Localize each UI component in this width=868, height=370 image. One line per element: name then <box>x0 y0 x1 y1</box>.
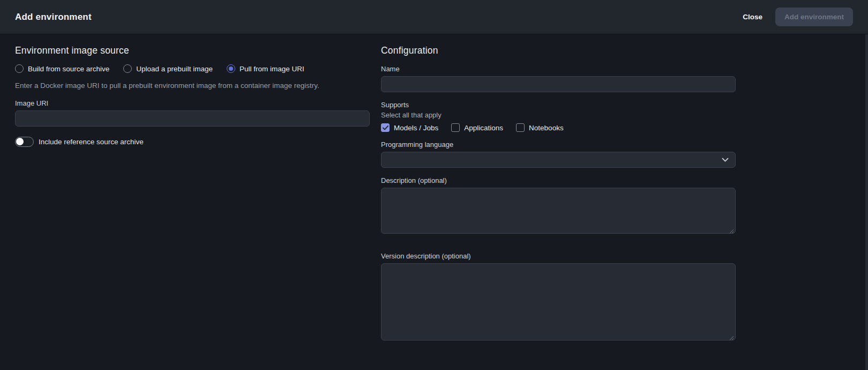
checkbox-label: Notebooks <box>529 124 564 132</box>
name-label: Name <box>381 65 736 73</box>
image-uri-label: Image URI <box>15 99 370 107</box>
radio-build-from-source-archive[interactable]: Build from source archive <box>15 64 109 73</box>
image-uri-input[interactable] <box>15 110 370 127</box>
version-description-textarea-wrap <box>381 260 736 343</box>
include-reference-archive-toggle[interactable] <box>15 137 34 147</box>
programming-language-label: Programming language <box>381 140 736 149</box>
dialog-header: Add environment Close Add environment <box>0 0 868 34</box>
radio-label: Build from source archive <box>28 65 109 73</box>
close-button[interactable]: Close <box>737 9 768 25</box>
checkbox-label: Models / Jobs <box>394 124 438 132</box>
chevron-down-icon <box>722 158 729 162</box>
radio-upload-prebuilt-image[interactable]: Upload a prebuilt image <box>123 64 213 73</box>
supports-label: Supports <box>381 101 736 109</box>
description-textarea[interactable] <box>381 188 736 234</box>
description-label: Description (optional) <box>381 176 736 184</box>
checkbox-applications[interactable]: Applications <box>451 123 503 132</box>
configuration-heading: Configuration <box>381 45 736 56</box>
toggle-label: Include reference source archive <box>39 138 144 146</box>
radio-unselected-icon <box>123 64 132 73</box>
page-title: Add environment <box>15 12 92 23</box>
supports-checkbox-group: Models / Jobs Applications Notebooks <box>381 123 736 132</box>
checkbox-checked-icon <box>381 123 390 132</box>
programming-language-select[interactable] <box>381 152 736 168</box>
reference-archive-toggle-row: Include reference source archive <box>15 137 370 147</box>
radio-dot <box>229 66 233 71</box>
checkbox-unchecked-icon <box>516 123 525 132</box>
version-description-textarea[interactable] <box>381 263 736 341</box>
configuration-section: Configuration Name Supports Select all t… <box>381 45 736 343</box>
image-source-help-text: Enter a Docker image URI to pull a prebu… <box>15 82 370 90</box>
checkbox-models-jobs[interactable]: Models / Jobs <box>381 123 438 132</box>
image-source-section: Environment image source Build from sour… <box>15 45 370 343</box>
radio-label: Upload a prebuilt image <box>136 65 213 73</box>
radio-unselected-icon <box>15 64 24 73</box>
radio-label: Pull from image URI <box>240 65 304 73</box>
radio-pull-from-image-uri[interactable]: Pull from image URI <box>227 64 304 73</box>
header-actions: Close Add environment <box>737 8 853 26</box>
checkbox-unchecked-icon <box>451 123 460 132</box>
toggle-knob <box>16 138 24 145</box>
scrollbar-track[interactable] <box>865 34 868 370</box>
radio-selected-icon <box>227 64 235 73</box>
image-source-radio-group: Build from source archive Upload a prebu… <box>15 64 370 73</box>
name-input[interactable] <box>381 76 736 92</box>
supports-hint: Select all that apply <box>381 111 736 119</box>
dialog-body: Environment image source Build from sour… <box>0 34 868 343</box>
image-source-heading: Environment image source <box>15 45 370 56</box>
checkbox-notebooks[interactable]: Notebooks <box>516 123 564 132</box>
description-textarea-wrap <box>381 184 736 236</box>
add-environment-button[interactable]: Add environment <box>775 8 853 26</box>
check-icon <box>383 125 388 130</box>
version-description-label: Version description (optional) <box>381 252 736 260</box>
checkbox-label: Applications <box>464 124 503 132</box>
